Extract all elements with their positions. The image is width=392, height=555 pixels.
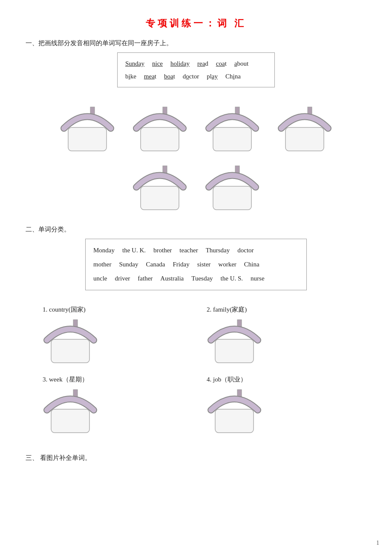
svg-rect-7	[285, 127, 324, 151]
word-meat: meat	[144, 70, 156, 83]
section1-label: 一、把画线部分发音相同的单词写在同一座房子上。	[26, 39, 366, 47]
w-thursday: Thursday	[206, 243, 230, 257]
house-svg-5	[132, 162, 187, 213]
category-4: 4. job（职业）	[202, 376, 354, 437]
svg-rect-5	[213, 127, 251, 151]
s2-word-row1: Monday the U. K. brother teacher Thursda…	[93, 243, 299, 257]
w-nurse: nurse	[251, 272, 265, 286]
word-china: China	[225, 70, 241, 83]
word-box-section2: Monday the U. K. brother teacher Thursda…	[85, 239, 307, 290]
house-svg-6	[205, 162, 260, 213]
category-2: 2. family(家庭)	[202, 306, 354, 367]
house-2	[132, 103, 187, 154]
w-friday: Friday	[173, 257, 189, 272]
category-houses: 1. country(国家) 2. family(家庭) 3. week（星期）	[38, 306, 354, 441]
word-play: play	[207, 70, 218, 83]
cat3-house	[43, 386, 98, 437]
w-australia: Australia	[160, 272, 184, 286]
w-sister: sister	[197, 257, 211, 272]
s2-word-row2: mother Sunday Canada Friday sister worke…	[93, 257, 299, 272]
house-5	[132, 162, 187, 213]
cat4-house	[207, 386, 262, 437]
svg-rect-1	[68, 127, 107, 151]
cat1-label: 1. country(国家)	[43, 306, 86, 314]
word-row1: Sunday nice holiday read coat about	[125, 57, 267, 70]
word-coat: coat	[216, 57, 227, 70]
word-boat: boat	[164, 70, 175, 83]
house-svg-1	[60, 103, 115, 154]
cat2-label: 2. family(家庭)	[207, 306, 247, 314]
w-theus: the U. S.	[221, 272, 243, 286]
w-sunday: Sunday	[119, 257, 138, 272]
word-bike: bike	[125, 70, 136, 83]
page-number: 1	[376, 540, 379, 546]
section3-label: 三、 看图片补全单词。	[26, 454, 366, 462]
section2-label: 二、单词分类。	[26, 225, 366, 234]
w-worker: worker	[218, 257, 236, 272]
cat4-label: 4. job（职业）	[207, 376, 247, 384]
w-mother: mother	[93, 257, 112, 272]
cat1-house-svg	[43, 316, 98, 365]
house-6	[205, 162, 260, 213]
w-doctor: doctor	[237, 243, 254, 257]
w-father: father	[138, 272, 153, 286]
category-3: 3. week（星期）	[38, 376, 190, 437]
w-monday: Monday	[93, 243, 115, 257]
svg-rect-13	[51, 339, 89, 363]
w-teacher: teacher	[179, 243, 198, 257]
word-holiday: holiday	[170, 57, 190, 70]
cat4-house-svg	[207, 386, 262, 435]
word-doctor: doctor	[183, 70, 199, 83]
w-canada: Canada	[146, 257, 165, 272]
cat1-house	[43, 316, 98, 367]
w-tuesday: Tuesday	[191, 272, 213, 286]
w-uncle: uncle	[93, 272, 107, 286]
cat3-house-svg	[43, 386, 98, 435]
svg-rect-15	[215, 339, 254, 363]
w-china: China	[244, 257, 259, 272]
word-about: about	[234, 57, 248, 70]
houses-section1	[51, 103, 341, 213]
word-read: read	[197, 57, 208, 70]
w-driver: driver	[115, 272, 130, 286]
svg-rect-17	[51, 409, 89, 433]
svg-rect-19	[215, 409, 254, 433]
word-row2: bike meat boat doctor play China	[125, 70, 267, 83]
svg-rect-11	[213, 186, 251, 210]
category-1: 1. country(国家)	[38, 306, 190, 367]
page-title: 专项训练一：词 汇	[26, 17, 366, 30]
house-svg-4	[277, 103, 332, 154]
word-sunday: Sunday	[125, 57, 144, 70]
w-theuk: the U. K.	[122, 243, 146, 257]
cat3-label: 3. week（星期）	[43, 376, 88, 384]
house-3	[205, 103, 260, 154]
house-4	[277, 103, 332, 154]
word-nice: nice	[152, 57, 163, 70]
s2-word-row3: uncle driver father Australia Tuesday th…	[93, 272, 299, 286]
w-brother: brother	[153, 243, 172, 257]
svg-rect-9	[141, 186, 179, 210]
word-box-section1: Sunday nice holiday read coat about bike…	[117, 52, 275, 87]
house-svg-3	[205, 103, 260, 154]
house-1	[60, 103, 115, 154]
svg-rect-3	[141, 127, 179, 151]
house-svg-2	[132, 103, 187, 154]
cat2-house	[207, 316, 262, 367]
cat2-house-svg	[207, 316, 262, 365]
